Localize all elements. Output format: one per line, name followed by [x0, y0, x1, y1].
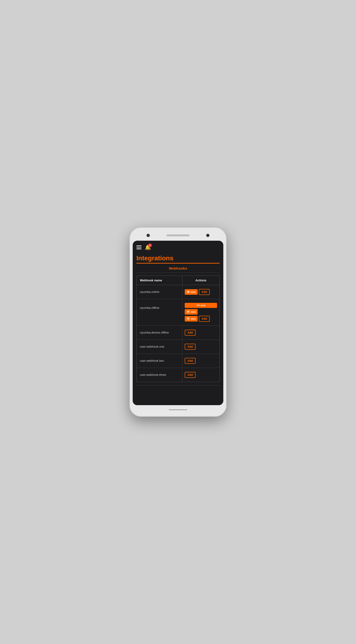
table-row: nyumba.offline </> test ✉ sms: [137, 299, 219, 326]
table-header-row: Webhook name Actions: [137, 276, 219, 285]
test-button[interactable]: </> test: [185, 303, 217, 308]
webhook-name-text: user.webhook.two: [140, 359, 164, 362]
test-label: test: [201, 304, 205, 307]
sms-button[interactable]: ✉ sms: [185, 309, 198, 314]
webhook-name-text: nyumba.device.offline: [140, 331, 169, 334]
screen-content: 🔔 2 Integrations Webhooks Webhook name A…: [133, 241, 223, 405]
webhook-name-text: user.webhook.three: [140, 373, 166, 376]
actions-cell: Add: [182, 370, 219, 380]
actions-cell: Add: [182, 328, 219, 338]
webhook-name-cell: user.webhook.one: [137, 340, 182, 354]
top-nav-bar: 🔔 2: [133, 241, 223, 253]
section-separator: [136, 272, 220, 273]
phone-speaker: [166, 234, 190, 236]
code-icon: </>: [196, 304, 200, 306]
front-camera-right: [206, 234, 209, 237]
add-button[interactable]: Add: [185, 344, 196, 350]
webhook-name-cell: user.webhook.two: [137, 354, 182, 368]
webhook-name-text: nyumba.offline: [140, 306, 159, 310]
table-row: user.webhook.three Add: [137, 368, 219, 382]
notification-bell-button[interactable]: 🔔 2: [145, 244, 151, 250]
sms-label: sms: [191, 318, 196, 320]
front-camera-left: [147, 234, 150, 237]
footer-space: [133, 386, 223, 400]
add-button[interactable]: Add: [185, 358, 196, 364]
column-header-name: Webhook name: [137, 276, 182, 285]
actions-cell: ✉ sms Add: [182, 287, 219, 297]
webhook-name-cell: user.webhook.three: [137, 368, 182, 382]
webhook-name-cell: nyumba.device.offline: [137, 326, 182, 340]
phone-bottom-bar: [169, 408, 187, 412]
webhook-name-text: user.webhook.one: [140, 345, 164, 348]
actions-cell-multi: </> test ✉ sms ✉ sms Add: [182, 301, 219, 324]
notification-badge: 2: [148, 244, 152, 247]
table-row: nyumba.device.offline Add: [137, 326, 219, 340]
webhooks-table: Webhook name Actions nyumba.online ✉ sms…: [136, 276, 220, 382]
hamburger-menu-button[interactable]: [136, 246, 142, 249]
webhooks-tab[interactable]: Webhooks: [133, 264, 223, 272]
phone-device: 🔔 2 Integrations Webhooks Webhook name A…: [129, 227, 227, 417]
sms-add-row: ✉ sms Add: [185, 316, 210, 322]
table-row: nyumba.online ✉ sms Add: [137, 285, 219, 299]
sms-icon: ✉: [187, 317, 190, 320]
table-row: user.webhook.one Add: [137, 340, 219, 354]
webhook-name-cell: nyumba.offline: [137, 301, 182, 315]
table-row: user.webhook.two Add: [137, 354, 219, 368]
add-button[interactable]: Add: [199, 289, 210, 295]
webhook-name-text: nyumba.online: [140, 290, 160, 294]
add-button[interactable]: Add: [185, 330, 196, 336]
actions-cell: Add: [182, 356, 219, 366]
sms-button[interactable]: ✉ sms: [185, 289, 198, 295]
sms-icon: ✉: [187, 290, 190, 294]
add-button[interactable]: Add: [199, 316, 210, 322]
page-title: Integrations: [133, 253, 223, 263]
home-indicator[interactable]: [169, 409, 187, 410]
webhook-name-cell: nyumba.online: [137, 285, 182, 299]
phone-top-bar: [133, 232, 223, 239]
phone-screen: 🔔 2 Integrations Webhooks Webhook name A…: [133, 241, 223, 405]
sms-icon: ✉: [187, 310, 190, 314]
actions-cell: Add: [182, 342, 219, 352]
sms-label: sms: [191, 290, 196, 293]
column-header-actions: Actions: [182, 276, 219, 285]
sms-label: sms: [191, 310, 196, 313]
sms-button[interactable]: ✉ sms: [185, 316, 198, 322]
add-button[interactable]: Add: [185, 372, 196, 378]
